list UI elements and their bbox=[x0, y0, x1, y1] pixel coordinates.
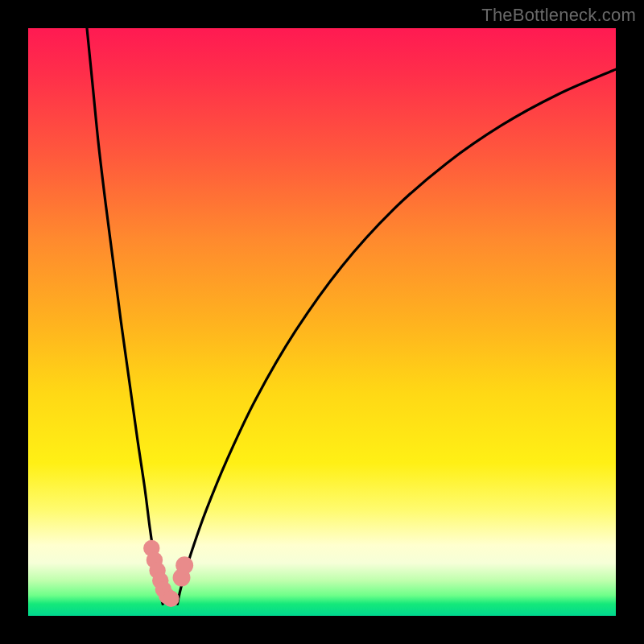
curves-svg bbox=[28, 28, 616, 616]
right-branch-curve bbox=[177, 69, 616, 604]
watermark-text: TheBottleneck.com bbox=[481, 5, 636, 26]
valley-marker bbox=[175, 556, 193, 574]
left-branch-curve bbox=[87, 28, 163, 604]
valley-markers bbox=[143, 540, 193, 607]
plot-area bbox=[28, 28, 616, 616]
chart-frame: TheBottleneck.com bbox=[0, 0, 644, 644]
valley-marker bbox=[163, 591, 179, 607]
